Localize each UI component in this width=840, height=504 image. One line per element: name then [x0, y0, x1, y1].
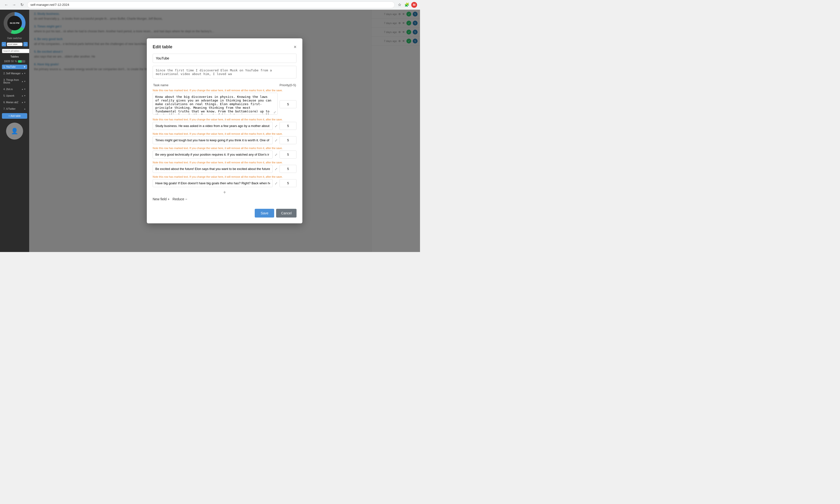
sidebar-item-bezos[interactable]: 3. Things from Bezos ▲ ▼: [2, 78, 27, 85]
field-inputs-1: Know about the big discoveries in physic…: [153, 93, 296, 115]
new-field-button[interactable]: New field +: [153, 197, 170, 201]
reduce-minus-icon: −: [185, 197, 187, 201]
sidebar-item-selfmanager-arrows: ▲ ▼: [21, 72, 26, 74]
clock-inner: 04:33 PM: [7, 16, 22, 30]
col-header-task: Task name: [153, 83, 168, 87]
table-name-input[interactable]: [153, 54, 296, 63]
main-layout: 04:33 PM Date switcher ← → Go Tables 10/…: [0, 10, 420, 252]
field-inputs-6: ⤢: [153, 179, 296, 187]
first-field-wrapper: Know about the big discoveries in physic…: [153, 93, 278, 115]
modal-footer: Save Cancel: [153, 205, 296, 217]
sidebar-item-upwork[interactable]: 5. Upwork ▲ ▼: [2, 93, 27, 98]
plus-button[interactable]: +: [223, 190, 226, 195]
arrow-up-7[interactable]: ▲: [24, 108, 26, 110]
modal-header: Edit table ×: [153, 44, 296, 50]
back-button[interactable]: ←: [3, 1, 10, 8]
sidebar-item-marian-arrows: ▲ ▼: [21, 101, 26, 104]
arrow-up-4[interactable]: ▲: [21, 88, 23, 90]
save-button[interactable]: Save: [255, 209, 274, 217]
sidebar-item-marian[interactable]: 6. Marian abZ ▲ ▼: [2, 100, 27, 105]
expand-icon-6[interactable]: ⤢: [275, 181, 278, 185]
field-task-6[interactable]: [153, 179, 273, 187]
modal-actions-bottom: New field + Reduce −: [153, 197, 296, 201]
browser-nav: ← → ↻: [3, 1, 25, 8]
expand-icon-2[interactable]: ⤢: [275, 124, 278, 128]
field-row-6: Note this row has marked text. If you ch…: [153, 175, 296, 187]
edit-table-modal: Edit table × Since the first time I disc…: [147, 38, 302, 223]
field-priority-2[interactable]: [279, 122, 296, 130]
field-inputs-5: ⤢: [153, 165, 296, 173]
new-field-plus-icon: +: [168, 197, 170, 201]
description-input[interactable]: Since the first time I discovered Elon M…: [153, 66, 296, 78]
expand-icon-3[interactable]: ⤢: [275, 138, 278, 142]
modal-overlay[interactable]: Edit table × Since the first time I disc…: [29, 10, 420, 252]
extensions-icon[interactable]: 🧩: [404, 2, 410, 8]
arrow-up-6[interactable]: ▲: [21, 101, 23, 104]
field-row-4: Note this row has marked text. If you ch…: [153, 147, 296, 159]
expand-icon-5[interactable]: ⤢: [275, 167, 278, 171]
field-task-textarea-1[interactable]: Know about the big discoveries in physic…: [153, 93, 278, 114]
date-prev-button[interactable]: ←: [2, 42, 6, 47]
forward-button[interactable]: →: [11, 1, 17, 8]
sidebar-item-twitter[interactable]: 7. X/Twitter ▲: [2, 107, 27, 111]
expand-icon-1[interactable]: ⤢: [273, 110, 276, 114]
col-header-priority: Priority(0-5): [279, 83, 296, 87]
field-priority-6[interactable]: [279, 179, 296, 187]
clock-widget: 04:33 PM: [4, 12, 25, 34]
field-note-6: Note this row has marked text. If you ch…: [153, 175, 296, 178]
new-field-label: New field: [153, 197, 167, 201]
sidebar-item-selfmanager[interactable]: 2. Self Manager ▲ ▼: [2, 71, 27, 76]
arrow-up-5[interactable]: ▲: [21, 95, 23, 97]
date-input[interactable]: [7, 42, 22, 46]
expand-icon-4[interactable]: ⤢: [275, 153, 278, 157]
cancel-button[interactable]: Cancel: [276, 209, 296, 217]
field-note-2: Note this row has marked text. If you ch…: [153, 118, 296, 121]
arrow-down-5[interactable]: ▼: [24, 95, 26, 97]
browser-bar: ← → ↻ self-manager.net/7-12-2024 ☆ 🧩 M: [0, 0, 420, 10]
field-priority-1[interactable]: [279, 100, 296, 108]
date-switcher-label: Date switcher: [7, 37, 22, 40]
sidebar-item-marian-label: 6. Marian abZ: [3, 101, 21, 104]
field-row-1: Note this row has marked text. If you ch…: [153, 89, 296, 115]
sidebar-item-selfmanager-label: 2. Self Manager: [3, 72, 21, 75]
arrow-down-4[interactable]: ▼: [24, 88, 26, 90]
percent-sign: %: [15, 60, 17, 62]
browser-actions: ☆ 🧩 M: [397, 2, 417, 8]
refresh-button[interactable]: ↻: [18, 1, 25, 8]
arrow-up-3[interactable]: ▲: [21, 80, 23, 83]
field-task-3[interactable]: [153, 136, 273, 144]
arrow-down-6[interactable]: ▼: [24, 101, 26, 104]
field-task-5[interactable]: [153, 165, 273, 173]
content-area: 2. Study business. do well financially y…: [29, 10, 420, 252]
field-priority-3[interactable]: [279, 136, 296, 144]
field-priority-5[interactable]: [279, 165, 296, 173]
sidebar-item-upwork-label: 5. Upwork: [3, 94, 21, 97]
date-next-button[interactable]: →: [23, 42, 28, 47]
field-row-3: Note this row has marked text. If you ch…: [153, 132, 296, 144]
bookmark-icon[interactable]: ☆: [397, 2, 402, 8]
sidebar-item-2lol-label: 4. 2lol.ro: [3, 88, 21, 91]
clock-time: 04:33 PM: [10, 22, 19, 24]
field-row-5: Note this row has marked text. If you ch…: [153, 161, 296, 173]
field-inputs-2: ⤢: [153, 122, 296, 130]
search-input[interactable]: [2, 49, 29, 53]
arrow-down-2[interactable]: ▼: [24, 72, 26, 74]
sidebar-item-youtube[interactable]: 1. YouTube ▼: [2, 65, 27, 69]
sidebar-item-2lol[interactable]: 4. 2lol.ro ▲ ▼: [2, 87, 27, 91]
arrow-down-3[interactable]: ▼: [24, 80, 26, 83]
field-task-4[interactable]: [153, 150, 273, 159]
field-inputs-4: ⤢: [153, 150, 296, 159]
address-bar[interactable]: self-manager.net/7-12-2024: [27, 1, 395, 8]
profile-icon[interactable]: M: [411, 2, 417, 8]
field-inputs-3: ⤢: [153, 136, 296, 144]
reduce-button[interactable]: Reduce −: [173, 197, 187, 201]
sidebar-item-bezos-arrows: ▲ ▼: [21, 80, 26, 83]
field-note-4: Note this row has marked text. If you ch…: [153, 147, 296, 149]
modal-close-button[interactable]: ×: [294, 44, 296, 50]
add-table-button[interactable]: + Add table: [2, 113, 27, 119]
field-task-2[interactable]: [153, 122, 273, 130]
field-priority-4[interactable]: [279, 150, 296, 159]
arrow-up-2[interactable]: ▲: [21, 72, 23, 74]
column-headers: Task name Priority(0-5): [153, 83, 296, 87]
sidebar-item-youtube-down[interactable]: ▼: [23, 66, 26, 68]
